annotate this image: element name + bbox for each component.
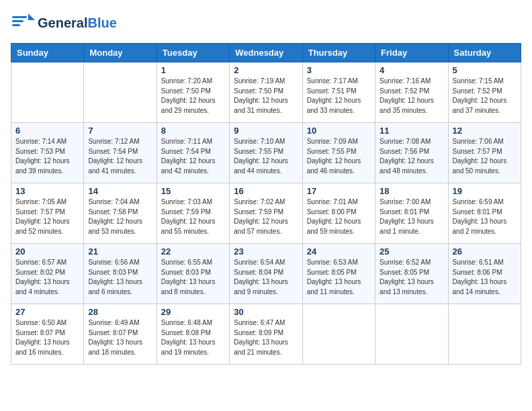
header-saturday: Saturday	[448, 44, 521, 62]
day-number: 12	[453, 126, 517, 136]
calendar-cell: 30Sunrise: 6:47 AM Sunset: 8:09 PM Dayli…	[230, 304, 302, 365]
day-info: Sunrise: 7:08 AM Sunset: 7:56 PM Dayligh…	[380, 137, 443, 176]
day-number: 19	[453, 186, 517, 196]
day-info: Sunrise: 7:10 AM Sunset: 7:55 PM Dayligh…	[234, 137, 298, 176]
day-number: 10	[307, 126, 371, 136]
header-wednesday: Wednesday	[230, 44, 302, 62]
day-info: Sunrise: 7:04 AM Sunset: 7:58 PM Dayligh…	[88, 197, 152, 236]
calendar-cell: 8Sunrise: 7:11 AM Sunset: 7:54 PM Daylig…	[157, 123, 229, 183]
day-number: 17	[307, 186, 371, 196]
day-number: 20	[15, 246, 79, 257]
calendar-cell: 13Sunrise: 7:05 AM Sunset: 7:57 PM Dayli…	[11, 183, 84, 244]
day-info: Sunrise: 7:02 AM Sunset: 7:59 PM Dayligh…	[234, 197, 298, 236]
calendar-cell: 10Sunrise: 7:09 AM Sunset: 7:55 PM Dayli…	[302, 123, 375, 183]
day-info: Sunrise: 6:55 AM Sunset: 8:03 PM Dayligh…	[161, 258, 225, 297]
calendar-cell: 14Sunrise: 7:04 AM Sunset: 7:58 PM Dayli…	[84, 183, 157, 244]
calendar-week-row: 1Sunrise: 7:20 AM Sunset: 7:50 PM Daylig…	[11, 62, 521, 123]
calendar-week-row: 20Sunrise: 6:57 AM Sunset: 8:02 PM Dayli…	[11, 244, 521, 304]
calendar-cell: 26Sunrise: 6:51 AM Sunset: 8:06 PM Dayli…	[448, 244, 521, 304]
day-info: Sunrise: 6:47 AM Sunset: 8:09 PM Dayligh…	[234, 318, 298, 357]
day-info: Sunrise: 6:59 AM Sunset: 8:01 PM Dayligh…	[453, 197, 517, 236]
day-number: 15	[161, 186, 225, 196]
calendar-cell: 22Sunrise: 6:55 AM Sunset: 8:03 PM Dayli…	[157, 244, 229, 304]
calendar-cell: 19Sunrise: 6:59 AM Sunset: 8:01 PM Dayli…	[448, 183, 521, 244]
day-info: Sunrise: 7:11 AM Sunset: 7:54 PM Dayligh…	[161, 137, 225, 176]
day-number: 23	[234, 246, 298, 257]
day-number: 3	[307, 65, 371, 75]
calendar-cell: 4Sunrise: 7:16 AM Sunset: 7:52 PM Daylig…	[375, 62, 448, 123]
calendar-cell: 17Sunrise: 7:01 AM Sunset: 8:00 PM Dayli…	[302, 183, 375, 244]
calendar-cell: 21Sunrise: 6:56 AM Sunset: 8:03 PM Dayli…	[84, 244, 157, 304]
calendar-cell: 3Sunrise: 7:17 AM Sunset: 7:51 PM Daylig…	[302, 62, 375, 123]
day-number: 22	[161, 246, 225, 257]
day-info: Sunrise: 7:12 AM Sunset: 7:54 PM Dayligh…	[88, 137, 152, 176]
svg-rect-0	[12, 16, 27, 18]
day-number: 29	[161, 307, 225, 317]
day-number: 25	[380, 246, 443, 257]
day-info: Sunrise: 6:53 AM Sunset: 8:05 PM Dayligh…	[307, 258, 371, 297]
calendar-week-row: 27Sunrise: 6:50 AM Sunset: 8:07 PM Dayli…	[11, 304, 521, 365]
day-number: 18	[380, 186, 443, 196]
calendar-cell: 20Sunrise: 6:57 AM Sunset: 8:02 PM Dayli…	[11, 244, 84, 304]
header-sunday: Sunday	[11, 44, 84, 62]
calendar-cell	[11, 62, 84, 123]
day-number: 13	[15, 186, 79, 196]
day-number: 1	[161, 65, 225, 75]
day-number: 30	[234, 307, 298, 317]
day-info: Sunrise: 7:00 AM Sunset: 8:01 PM Dayligh…	[380, 197, 443, 236]
calendar-cell: 24Sunrise: 6:53 AM Sunset: 8:05 PM Dayli…	[302, 244, 375, 304]
calendar-cell: 9Sunrise: 7:10 AM Sunset: 7:55 PM Daylig…	[230, 123, 302, 183]
day-info: Sunrise: 6:56 AM Sunset: 8:03 PM Dayligh…	[88, 258, 152, 297]
calendar-cell: 12Sunrise: 7:06 AM Sunset: 7:57 PM Dayli…	[448, 123, 521, 183]
logo-icon	[11, 11, 35, 35]
calendar-cell: 16Sunrise: 7:02 AM Sunset: 7:59 PM Dayli…	[230, 183, 302, 244]
page-header: GeneralBlue	[11, 11, 521, 35]
day-info: Sunrise: 7:09 AM Sunset: 7:55 PM Dayligh…	[307, 137, 371, 176]
day-number: 27	[15, 307, 79, 317]
day-info: Sunrise: 7:01 AM Sunset: 8:00 PM Dayligh…	[307, 197, 371, 236]
calendar-cell: 2Sunrise: 7:19 AM Sunset: 7:50 PM Daylig…	[230, 62, 302, 123]
calendar-cell: 5Sunrise: 7:15 AM Sunset: 7:52 PM Daylig…	[448, 62, 521, 123]
svg-rect-2	[12, 24, 20, 26]
day-number: 24	[307, 246, 371, 257]
day-number: 11	[380, 126, 443, 136]
day-number: 7	[88, 126, 152, 136]
calendar-week-row: 13Sunrise: 7:05 AM Sunset: 7:57 PM Dayli…	[11, 183, 521, 244]
header-thursday: Thursday	[302, 44, 375, 62]
calendar-cell: 1Sunrise: 7:20 AM Sunset: 7:50 PM Daylig…	[157, 62, 229, 123]
day-info: Sunrise: 7:03 AM Sunset: 7:59 PM Dayligh…	[161, 197, 225, 236]
day-info: Sunrise: 6:54 AM Sunset: 8:04 PM Dayligh…	[234, 258, 298, 297]
day-info: Sunrise: 6:50 AM Sunset: 8:07 PM Dayligh…	[15, 318, 79, 357]
header-friday: Friday	[375, 44, 448, 62]
day-number: 16	[234, 186, 298, 196]
day-number: 4	[380, 65, 443, 75]
calendar-week-row: 6Sunrise: 7:14 AM Sunset: 7:53 PM Daylig…	[11, 123, 521, 183]
day-number: 9	[234, 126, 298, 136]
calendar-cell: 11Sunrise: 7:08 AM Sunset: 7:56 PM Dayli…	[375, 123, 448, 183]
calendar-cell: 27Sunrise: 6:50 AM Sunset: 8:07 PM Dayli…	[11, 304, 84, 365]
header-tuesday: Tuesday	[157, 44, 229, 62]
day-info: Sunrise: 6:48 AM Sunset: 8:08 PM Dayligh…	[161, 318, 225, 357]
day-number: 14	[88, 186, 152, 196]
day-info: Sunrise: 7:17 AM Sunset: 7:51 PM Dayligh…	[307, 77, 371, 116]
day-number: 28	[88, 307, 152, 317]
day-number: 5	[453, 65, 517, 75]
svg-rect-1	[12, 20, 24, 22]
day-info: Sunrise: 7:15 AM Sunset: 7:52 PM Dayligh…	[453, 77, 517, 116]
calendar-table: SundayMondayTuesdayWednesdayThursdayFrid…	[11, 43, 521, 365]
day-number: 26	[453, 246, 517, 257]
calendar-header-row: SundayMondayTuesdayWednesdayThursdayFrid…	[11, 44, 521, 62]
day-info: Sunrise: 6:52 AM Sunset: 8:05 PM Dayligh…	[380, 258, 443, 297]
calendar-cell	[84, 62, 157, 123]
day-info: Sunrise: 7:14 AM Sunset: 7:53 PM Dayligh…	[15, 137, 79, 176]
calendar-cell	[375, 304, 448, 365]
day-number: 2	[234, 65, 298, 75]
day-number: 6	[15, 126, 79, 136]
header-monday: Monday	[84, 44, 157, 62]
calendar-cell: 23Sunrise: 6:54 AM Sunset: 8:04 PM Dayli…	[230, 244, 302, 304]
calendar-cell: 15Sunrise: 7:03 AM Sunset: 7:59 PM Dayli…	[157, 183, 229, 244]
day-info: Sunrise: 7:20 AM Sunset: 7:50 PM Dayligh…	[161, 77, 225, 116]
svg-marker-3	[28, 13, 35, 20]
day-number: 21	[88, 246, 152, 257]
calendar-cell: 29Sunrise: 6:48 AM Sunset: 8:08 PM Dayli…	[157, 304, 229, 365]
